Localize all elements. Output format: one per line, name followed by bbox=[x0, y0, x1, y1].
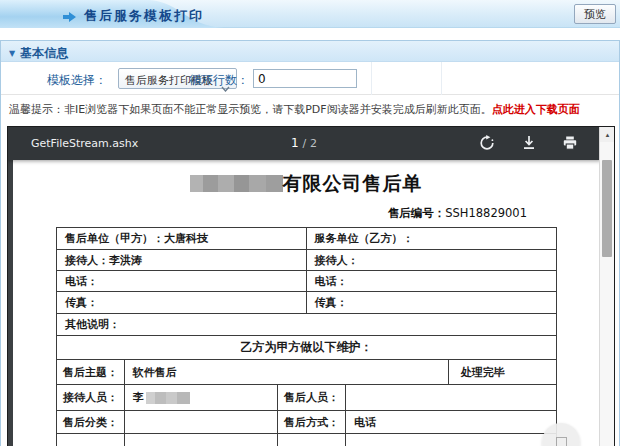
table-cell: 接待人员： bbox=[57, 385, 125, 410]
table-row: 售后主题： 软件售后 处理完毕 bbox=[57, 360, 556, 385]
table-cell: 售后人员： bbox=[278, 385, 346, 410]
table-cell: 电话： bbox=[307, 271, 557, 291]
table-cell: 电话： bbox=[57, 271, 307, 291]
table-cell: 接待人：李洪涛 bbox=[57, 250, 307, 270]
preview-button[interactable]: 预览 bbox=[574, 4, 616, 24]
table-cell bbox=[125, 411, 278, 433]
table-cell bbox=[346, 385, 556, 410]
pdf-viewer: GetFileStream.ashx 1 / 2 bbox=[7, 126, 615, 446]
download-page-link[interactable]: 点此进入下载页面 bbox=[492, 103, 580, 116]
page-indicator: 1 / 2 bbox=[291, 136, 317, 150]
table-cell: 售后方式： bbox=[278, 411, 346, 433]
table-row: 接待人：李洪涛 接待人： bbox=[57, 250, 556, 271]
table-row: 售后分类： 售后方式： 电话 bbox=[57, 411, 556, 434]
table-cell bbox=[57, 434, 125, 446]
form-column-divider bbox=[371, 62, 372, 95]
table-cell: 电话 bbox=[346, 411, 556, 433]
document-title-text: 有限公司售后单 bbox=[283, 172, 423, 194]
pdf-toolbar: GetFileStream.ashx 1 / 2 bbox=[8, 127, 601, 160]
table-cell-text: 李 bbox=[133, 390, 144, 405]
form-column-divider bbox=[441, 62, 442, 95]
loop-rows-input[interactable] bbox=[253, 69, 357, 88]
basic-info-section-header[interactable]: ▼基本信息 bbox=[1, 41, 619, 62]
template-select-label: 模板选择： bbox=[47, 72, 107, 89]
table-row: 电话： 电话： bbox=[57, 271, 556, 292]
screen: 售后服务模板打印 预览 ▼基本信息 模板选择： 售后服务打印模板 循环行数： 温… bbox=[0, 0, 620, 446]
pdf-filename: GetFileStream.ashx bbox=[31, 137, 138, 150]
page-header: 售后服务模板打印 预览 bbox=[0, 0, 620, 28]
main-panel: ▼基本信息 模板选择： 售后服务打印模板 循环行数： 温馨提示：非IE浏览器下如… bbox=[0, 40, 620, 446]
basic-info-form-row: 模板选择： 售后服务打印模板 循环行数： bbox=[1, 62, 619, 95]
maintenance-section-header: 乙方为甲方做以下维护： bbox=[57, 336, 556, 359]
scrollbar-thumb[interactable] bbox=[602, 160, 612, 257]
section-title: 基本信息 bbox=[20, 46, 68, 60]
arrow-right-icon bbox=[62, 8, 77, 20]
table-cell: 售后单位（甲方）：大唐科技 bbox=[57, 228, 307, 249]
table-cell bbox=[125, 434, 278, 446]
table-cell bbox=[346, 434, 556, 446]
table-cell: 接待人： bbox=[307, 250, 557, 270]
current-page[interactable]: 1 bbox=[291, 136, 299, 150]
page-title: 售后服务模板打印 bbox=[84, 7, 204, 25]
table-row: 售后单位（甲方）：大唐科技 服务单位（乙方）： bbox=[57, 228, 556, 250]
after-sales-table: 售后单位（甲方）：大唐科技 服务单位（乙方）： 接待人：李洪涛 接待人： 电话：… bbox=[56, 227, 557, 446]
print-icon[interactable] bbox=[561, 135, 579, 153]
table-cell: 传真： bbox=[57, 292, 307, 313]
download-icon[interactable] bbox=[520, 135, 538, 153]
table-cell: 处理完毕 bbox=[449, 360, 556, 384]
table-cell: 李 bbox=[125, 385, 278, 410]
table-cell: 传真： bbox=[307, 292, 557, 313]
rotate-icon[interactable] bbox=[478, 135, 496, 153]
notice-bar: 温馨提示：非IE浏览器下如果页面不能正常显示预览，请下载PDF阅读器并安装完成后… bbox=[1, 95, 619, 124]
document-title: 有限公司售后单 bbox=[13, 171, 599, 197]
order-number: 售后编号：SSH18829001 bbox=[388, 206, 527, 221]
order-number-label: 售后编号： bbox=[388, 206, 446, 220]
table-row bbox=[57, 434, 556, 446]
total-pages: 2 bbox=[310, 137, 317, 150]
notice-text: 温馨提示：非IE浏览器下如果页面不能正常显示预览，请下载PDF阅读器并安装完成后… bbox=[9, 103, 492, 116]
redacted-person-name bbox=[146, 392, 190, 404]
table-row: 接待人员： 李 售后人员： bbox=[57, 385, 556, 411]
table-cell: 服务单位（乙方）： bbox=[307, 228, 557, 249]
table-cell: 售后主题： bbox=[57, 360, 125, 384]
table-cell: 其他说明： bbox=[57, 314, 556, 335]
pdf-scrollbar[interactable]: ▲ bbox=[599, 127, 614, 446]
table-row: 其他说明： bbox=[57, 314, 556, 336]
table-cell: 售后分类： bbox=[57, 411, 125, 433]
collapse-triangle-icon[interactable]: ▼ bbox=[9, 49, 15, 58]
redacted-company-name bbox=[190, 175, 283, 192]
table-row: 乙方为甲方做以下维护： bbox=[57, 336, 556, 360]
table-cell: 软件售后 bbox=[125, 360, 449, 384]
loop-rows-label: 循环行数： bbox=[189, 72, 249, 89]
table-cell bbox=[278, 434, 346, 446]
scroll-up-button[interactable]: ▲ bbox=[600, 127, 615, 142]
document-page: 有限公司售后单 售后编号：SSH18829001 售后单位（甲方）：大唐科技 服… bbox=[13, 160, 599, 446]
page-separator: / bbox=[302, 137, 306, 150]
order-number-value: SSH18829001 bbox=[445, 206, 527, 220]
fit-page-icon bbox=[556, 437, 567, 446]
table-row: 传真： 传真： bbox=[57, 292, 556, 314]
